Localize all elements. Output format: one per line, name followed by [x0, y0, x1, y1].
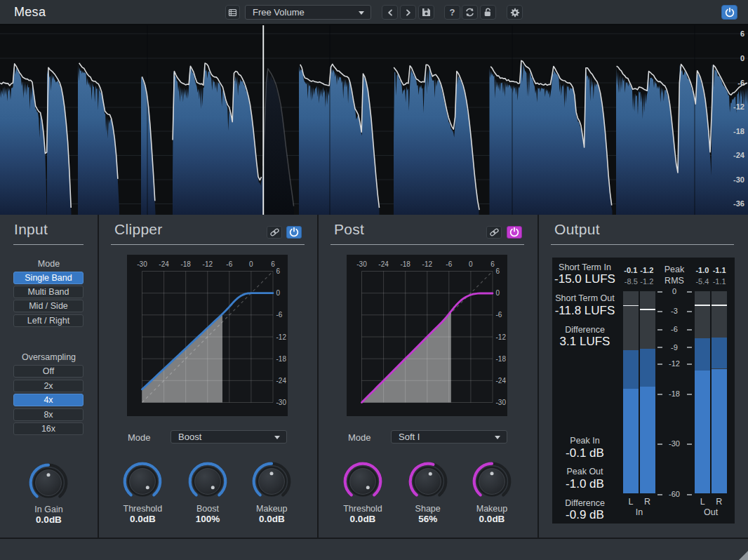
- svg-text:-12: -12: [422, 260, 433, 268]
- svg-text:-24: -24: [496, 377, 507, 385]
- svg-text:-12: -12: [276, 333, 287, 341]
- svg-text:6: 6: [276, 267, 281, 275]
- svg-text:-6: -6: [226, 260, 232, 268]
- svg-text:-24: -24: [159, 260, 169, 268]
- svg-text:0: 0: [249, 260, 253, 268]
- svg-text:6: 6: [496, 267, 500, 275]
- svg-text:-24: -24: [276, 377, 287, 385]
- svg-text:-30: -30: [137, 260, 147, 268]
- svg-text:0: 0: [276, 289, 281, 297]
- svg-text:-18: -18: [276, 355, 287, 363]
- svg-text:-12: -12: [496, 333, 507, 341]
- svg-text:-18: -18: [400, 260, 410, 268]
- svg-text:-18: -18: [496, 355, 507, 363]
- svg-text:-6: -6: [276, 311, 283, 319]
- svg-text:-18: -18: [180, 260, 191, 268]
- svg-text:-30: -30: [276, 399, 287, 406]
- svg-text:-6: -6: [496, 311, 502, 319]
- svg-text:-30: -30: [496, 399, 507, 406]
- svg-text:0: 0: [469, 260, 473, 268]
- svg-text:0: 0: [496, 289, 500, 297]
- svg-text:6: 6: [490, 260, 495, 268]
- svg-text:-24: -24: [378, 260, 389, 268]
- svg-text:-6: -6: [446, 260, 452, 268]
- svg-text:-12: -12: [203, 260, 213, 268]
- svg-text:6: 6: [271, 260, 275, 268]
- svg-text:-30: -30: [356, 260, 367, 268]
